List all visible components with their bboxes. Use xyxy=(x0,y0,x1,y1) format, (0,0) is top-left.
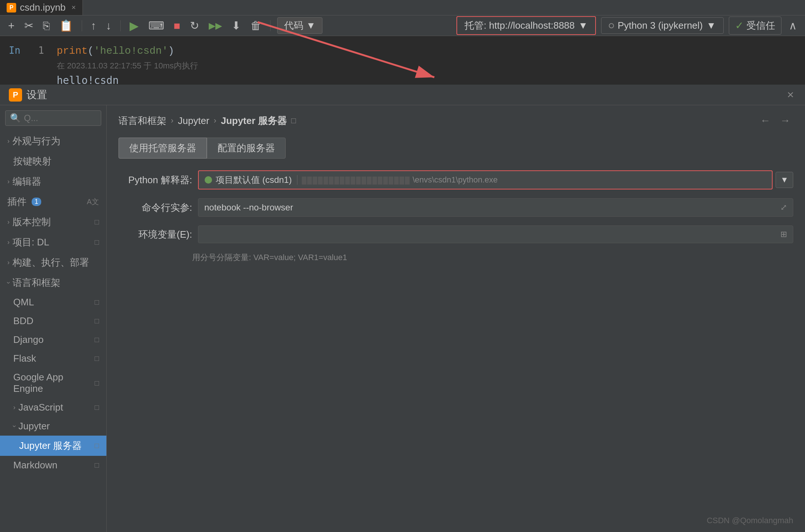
flask-icon: □ xyxy=(95,354,99,363)
chevron-open-icon: › xyxy=(5,282,13,284)
sidebar-item-qml[interactable]: QML □ xyxy=(0,293,106,312)
copy-button[interactable]: ⎘ xyxy=(41,18,52,33)
search-icon: 🔍 xyxy=(10,113,21,123)
sidebar-item-label: JavaScript xyxy=(18,402,63,413)
bdd-icon: □ xyxy=(95,317,99,325)
sidebar-item-javascript[interactable]: › JavaScript □ xyxy=(0,398,106,417)
cell-output: hello!csdn xyxy=(0,71,805,86)
sidebar-item-appearance[interactable]: › 外观与行为 xyxy=(0,131,106,151)
sidebar-item-build[interactable]: › 构建、执行、部署 xyxy=(0,252,106,273)
translate-icon: A文 xyxy=(87,197,99,207)
managed-server-tab[interactable]: 使用托管服务器 xyxy=(119,138,207,159)
expand-icon[interactable]: ⤢ xyxy=(780,203,787,212)
breadcrumb-sep-0: › xyxy=(171,116,173,125)
app-icon: P xyxy=(9,88,22,102)
tab-label: csdn.ipynb xyxy=(20,2,66,13)
back-button[interactable]: ← xyxy=(757,114,773,127)
dialog-close-button[interactable]: × xyxy=(785,86,796,104)
cmd-input[interactable]: notebook --no-browser ⤢ xyxy=(198,198,793,217)
settings-sidebar: 🔍 › 外观与行为 按键映射 › 编辑器 插件 1 A文 › 版本控制 xyxy=(0,105,107,532)
qml-icon: □ xyxy=(95,298,99,306)
breadcrumb-item-2: Jupyter 服务器 xyxy=(221,114,287,127)
search-box[interactable]: 🔍 xyxy=(5,110,101,126)
kernel-label: Python 3 (ipykernel) xyxy=(618,20,703,31)
code-paren-close: ) xyxy=(168,45,174,57)
sidebar-item-project[interactable]: › 项目: DL □ xyxy=(0,232,106,252)
forward-button[interactable]: → xyxy=(777,114,793,127)
server-tab-buttons: 使用托管服务器 配置的服务器 xyxy=(119,138,793,159)
breadcrumb-link-icon[interactable]: □ xyxy=(291,116,296,125)
cmd-field: notebook --no-browser ⤢ xyxy=(198,198,793,217)
sep2 xyxy=(120,20,121,31)
cell-type-label: 代码 xyxy=(284,19,303,32)
interpreter-select[interactable]: 项目默认值 (csdn1) ████████████████████ \envs… xyxy=(198,170,773,189)
code-line: print('hello!csdn') xyxy=(57,43,796,59)
cell-prompt: In xyxy=(9,43,38,56)
kernel-button[interactable]: Python 3 (ipykernel) ▼ xyxy=(601,17,724,34)
interpreter-field: 项目默认值 (csdn1) ████████████████████ \envs… xyxy=(198,170,793,189)
trust-button[interactable]: ✓ 受信任 xyxy=(729,17,781,35)
cell-content[interactable]: print('hello!csdn') 在 2023.11.03 22:17:5… xyxy=(57,43,796,71)
register-button[interactable]: ⌨ xyxy=(146,18,166,33)
delete-button[interactable]: 🗑 xyxy=(248,18,264,33)
chevron-icon: › xyxy=(7,238,10,246)
env-edit-icon[interactable]: ⊞ xyxy=(780,230,787,239)
cell-type-dropdown[interactable]: 代码 ▼ xyxy=(277,17,323,34)
sidebar-item-bdd[interactable]: BDD □ xyxy=(0,312,106,330)
kernel-dropdown-icon: ▼ xyxy=(706,20,716,31)
cell-num: 1 xyxy=(38,43,57,56)
paste-button[interactable]: 📋 xyxy=(57,18,75,33)
configured-server-tab[interactable]: 配置的服务器 xyxy=(207,138,286,159)
chevron-icon: › xyxy=(13,404,15,411)
chevron-icon: › xyxy=(7,137,10,145)
download-button[interactable]: ⬇ xyxy=(229,18,243,33)
sidebar-item-django[interactable]: Django □ xyxy=(0,330,106,349)
search-input[interactable] xyxy=(24,113,96,123)
move-down-button[interactable]: ↓ xyxy=(104,18,114,33)
expand-button[interactable]: ∧ xyxy=(787,18,799,33)
dialog-body: 🔍 › 外观与行为 按键映射 › 编辑器 插件 1 A文 › 版本控制 xyxy=(0,105,805,532)
sidebar-item-keymap[interactable]: 按键映射 xyxy=(0,151,106,171)
sidebar-item-vcs[interactable]: › 版本控制 □ xyxy=(0,212,106,232)
restart-button[interactable]: ↻ xyxy=(188,18,201,33)
run-all-button[interactable]: ▶▶ xyxy=(206,19,224,32)
sidebar-item-jupyter-server[interactable]: Jupyter 服务器 □ xyxy=(0,436,106,456)
tab-close-btn[interactable]: × xyxy=(71,3,76,12)
tab-csdn-ipynb[interactable]: P csdn.ipynb × xyxy=(0,0,83,15)
plugin-badge: 1 xyxy=(32,198,41,206)
env-input[interactable]: ⊞ xyxy=(198,226,793,243)
sidebar-item-label: 语言和框架 xyxy=(13,276,60,289)
run-button[interactable]: ▶ xyxy=(127,17,141,34)
sidebar-item-editor[interactable]: › 编辑器 xyxy=(0,171,106,192)
breadcrumb: 语言和框架 › Jupyter › Jupyter 服务器 □ ← → xyxy=(119,114,793,127)
jupyter-server-icon: □ xyxy=(95,441,99,450)
sidebar-item-languages[interactable]: › 语言和框架 xyxy=(0,273,106,293)
interpreter-dropdown-btn[interactable]: ▼ xyxy=(776,172,793,188)
breadcrumb-item-1: Jupyter xyxy=(178,115,209,127)
move-up-button[interactable]: ↑ xyxy=(89,18,99,33)
python-interpreter-row: Python 解释器: 项目默认值 (csdn1) ██████████████… xyxy=(119,170,793,189)
sidebar-item-markdown[interactable]: Markdown □ xyxy=(0,456,106,475)
chevron-open-icon: › xyxy=(11,425,18,428)
stop-button[interactable]: ■ xyxy=(172,18,183,33)
env-hint: 用分号分隔变量: VAR=value; VAR1=value1 xyxy=(192,252,793,263)
cut-button[interactable]: ✂ xyxy=(22,18,36,33)
env-vars-row: 环境变量(E): ⊞ xyxy=(119,226,793,243)
host-label: 托管: http://localhost:8888 xyxy=(465,19,575,32)
sidebar-item-flask[interactable]: Flask □ xyxy=(0,349,106,368)
sidebar-item-label: QML xyxy=(13,297,34,308)
sep3 xyxy=(270,20,271,31)
sidebar-item-plugins[interactable]: 插件 1 A文 xyxy=(0,192,106,212)
env-field: ⊞ xyxy=(198,226,793,243)
toolbar-right: 托管: http://localhost:8888 ▼ Python 3 (ip… xyxy=(456,16,799,35)
sidebar-item-google-app-engine[interactable]: Google App Engine □ xyxy=(0,368,106,398)
check-icon: ✓ xyxy=(735,19,744,32)
cmd-label: 命令行实参: xyxy=(119,201,192,214)
host-server-button[interactable]: 托管: http://localhost:8888 ▼ xyxy=(456,16,596,35)
sidebar-item-jupyter[interactable]: › Jupyter xyxy=(0,417,106,436)
add-cell-button[interactable]: + xyxy=(6,18,17,33)
cmd-args-row: 命令行实参: notebook --no-browser ⤢ xyxy=(119,198,793,217)
vcs-icon: □ xyxy=(95,218,99,226)
sidebar-item-label: 编辑器 xyxy=(13,175,41,188)
env-label: 环境变量(E): xyxy=(119,228,192,241)
